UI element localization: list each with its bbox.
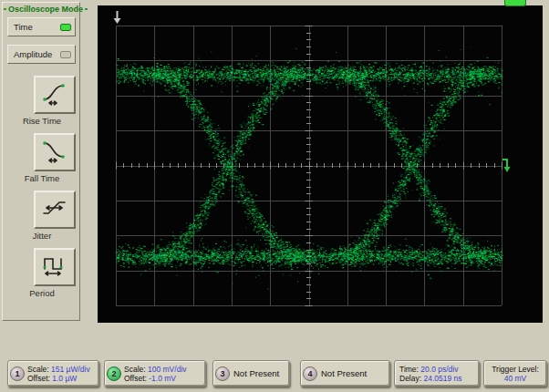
mode-dropdown-time-label: Time: [14, 22, 33, 32]
channel-3-number-icon: 3: [215, 366, 230, 381]
trigger-level-label: Trigger Level:: [492, 365, 539, 374]
top-right-button-fragment[interactable]: [504, 0, 526, 6]
period-label: Period: [3, 288, 81, 298]
jitter-label: Jitter: [3, 231, 81, 241]
mode-dropdown-amplitude-label: Amplitude: [14, 49, 52, 59]
status-bar: 1 Scale: 151 µW/div Offset: 1.0 µW 2 Sca…: [0, 360, 549, 387]
trigger-level-button[interactable]: Trigger Level: 40 mV: [483, 360, 547, 387]
channel-2-number-icon: 2: [107, 366, 121, 381]
time-active-led: [60, 24, 71, 31]
channel-2-readout: Scale: 100 mV/div Offset: -1.0 mV: [124, 365, 187, 383]
ch1-scale-label: Scale:: [27, 365, 49, 374]
scope-canvas: [98, 5, 543, 323]
rise-time-icon: [41, 80, 68, 109]
ch2-offset-label: Offset:: [124, 374, 147, 383]
fall-time-icon: [41, 138, 68, 167]
mode-dropdown-time[interactable]: Time: [7, 17, 76, 36]
jitter-button[interactable]: [34, 191, 76, 229]
ch1-scale-value: 151 µW/div: [51, 365, 90, 374]
time-value: 20.0 ps/div: [420, 365, 458, 374]
mode-dropdown-amplitude[interactable]: Amplitude: [7, 45, 76, 64]
amplitude-active-led: [60, 51, 71, 58]
fall-time-button[interactable]: [34, 133, 76, 171]
oscilloscope-mode-panel: Oscilloscope Mode Time Amplitude Rise Ti…: [2, 2, 80, 321]
ch2-scale-label: Scale:: [124, 365, 146, 374]
rise-time-button[interactable]: [34, 76, 76, 114]
rise-time-label: Rise Time: [3, 116, 81, 126]
measurement-tools: Rise Time Fall Time Jitter: [3, 68, 81, 298]
channel-4-status: Not Present: [321, 368, 367, 378]
panel-title-label: Oscilloscope Mode: [8, 5, 83, 14]
trigger-level-value: 40 mV: [504, 374, 527, 383]
channel-3-status: Not Present: [233, 368, 279, 378]
scope-display: [98, 5, 543, 323]
decorative-line: [4, 8, 6, 10]
channel-3-button[interactable]: 3 Not Present: [212, 360, 290, 387]
channel-1-number-icon: 1: [10, 366, 25, 381]
delay-value: 24.0519 ns: [423, 374, 461, 383]
ch2-scale-value: 100 mV/div: [148, 365, 187, 374]
timebase-readout: Time: 20.0 ps/div Delay: 24.0519 ns: [399, 365, 462, 383]
period-button[interactable]: [34, 248, 76, 286]
jitter-icon: [41, 195, 68, 224]
channel-4-button[interactable]: 4 Not Present: [300, 360, 390, 387]
ch1-offset-value: 1.0 µW: [52, 374, 77, 383]
timebase-button[interactable]: Time: 20.0 ps/div Delay: 24.0519 ns: [394, 360, 480, 387]
ch2-offset-value: -1.0 mV: [149, 374, 176, 383]
delay-label: Delay:: [399, 374, 421, 383]
period-icon: [41, 253, 68, 282]
time-label: Time:: [399, 365, 419, 374]
channel-1-readout: Scale: 151 µW/div Offset: 1.0 µW: [27, 365, 90, 383]
channel-4-number-icon: 4: [303, 366, 317, 381]
panel-title: Oscilloscope Mode: [4, 5, 78, 14]
decorative-line: [85, 8, 88, 10]
ch1-offset-label: Offset:: [27, 374, 50, 383]
fall-time-label: Fall Time: [3, 173, 81, 183]
channel-2-button[interactable]: 2 Scale: 100 mV/div Offset: -1.0 mV: [104, 360, 206, 387]
channel-1-button[interactable]: 1 Scale: 151 µW/div Offset: 1.0 µW: [7, 360, 99, 387]
